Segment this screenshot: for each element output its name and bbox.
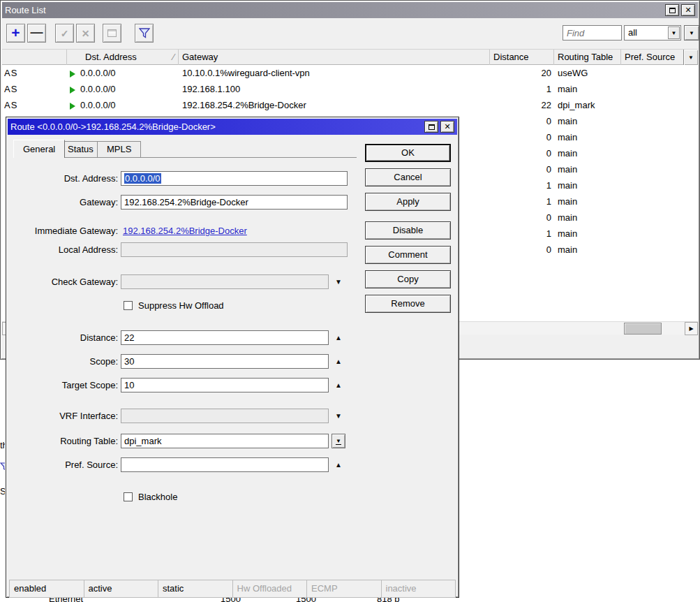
table-row[interactable]: AS0.0.0.0/010.10.0.1%wireguard-client-vp… bbox=[2, 65, 698, 81]
scope-label: Scope: bbox=[12, 354, 118, 369]
row-routing-table: main bbox=[554, 242, 631, 258]
window-title: Route List bbox=[5, 5, 663, 15]
table-row[interactable]: AS0.0.0.0/0192.168.254.2%Bridge-Docker22… bbox=[2, 97, 698, 113]
row-dst-address: 0.0.0.0/0 bbox=[67, 65, 179, 81]
column-distance[interactable]: Distance bbox=[490, 50, 554, 65]
ok-button[interactable]: OK bbox=[365, 144, 451, 162]
apply-button[interactable]: Apply bbox=[365, 193, 451, 211]
cancel-button[interactable]: Cancel bbox=[365, 168, 451, 186]
dialog-close-button[interactable]: ✕ bbox=[440, 121, 454, 133]
chevron-down-icon: ▼ bbox=[688, 54, 694, 61]
chevron-right-icon: ▶ bbox=[689, 325, 693, 332]
suppress-hw-offload-checkbox[interactable] bbox=[124, 301, 133, 310]
status-inactive: inactive bbox=[381, 580, 456, 598]
status-active: active bbox=[84, 580, 159, 598]
row-routing-table: main bbox=[554, 226, 631, 242]
dialog-statusbar: enabled active static Hw Offloaded ECMP … bbox=[9, 580, 456, 598]
pref-source-expand-button[interactable]: ▲ bbox=[332, 457, 345, 472]
target-scope-input[interactable]: 10 bbox=[121, 378, 329, 392]
column-pref-source[interactable]: Pref. Source bbox=[621, 50, 687, 65]
local-address-input bbox=[121, 242, 348, 257]
pref-source-label: Pref. Source: bbox=[12, 457, 118, 472]
table-row[interactable]: AS0.0.0.0/0192.168.1.1001main bbox=[2, 81, 698, 97]
dialog-maximize-button[interactable] bbox=[424, 121, 438, 133]
toolbar-dropdown-button[interactable]: ▼ bbox=[684, 25, 699, 41]
comment-button[interactable]: Comment bbox=[365, 246, 451, 264]
routing-table-input[interactable]: dpi_mark bbox=[121, 434, 329, 448]
remove-route-button[interactable]: — bbox=[27, 24, 46, 43]
disable-button[interactable]: Disable bbox=[365, 221, 451, 240]
immediate-gateway-link[interactable]: 192.168.254.2%Bridge-Docker bbox=[123, 223, 247, 238]
scroll-right-button[interactable]: ▶ bbox=[685, 322, 698, 335]
distance-expand-button[interactable]: ▲ bbox=[332, 330, 345, 345]
column-chooser-button[interactable]: ▼ bbox=[683, 50, 698, 65]
maximize-icon bbox=[429, 124, 435, 130]
route-dialog: Route <0.0.0.0/0->192.168.254.2%Bridge-D… bbox=[6, 117, 459, 598]
route-dialog-titlebar[interactable]: Route <0.0.0.0/0->192.168.254.2%Bridge-D… bbox=[8, 119, 457, 135]
background-funnel-icon-fragment bbox=[0, 462, 5, 471]
row-distance: 22 bbox=[490, 97, 551, 113]
active-route-icon bbox=[70, 71, 75, 78]
route-table-header: Dst. Address ∕ Gateway Distance Routing … bbox=[2, 49, 698, 65]
routing-table-dropdown-button[interactable]: ▼ bbox=[332, 434, 345, 448]
comment-route-button[interactable] bbox=[103, 24, 121, 43]
background-fragment: th bbox=[0, 440, 5, 450]
disable-route-button[interactable]: ✕ bbox=[76, 24, 95, 43]
chevron-down-icon: ▼ bbox=[689, 30, 694, 36]
row-distance: 1 bbox=[490, 193, 551, 210]
scrollbar-thumb[interactable] bbox=[624, 323, 662, 335]
chevron-up-icon: ▲ bbox=[335, 381, 342, 389]
gateway-input[interactable]: 192.168.254.2%Bridge-Docker bbox=[121, 195, 348, 210]
filter-funnel-icon bbox=[139, 28, 150, 38]
routing-table-label: Routing Table: bbox=[12, 434, 118, 448]
row-routing-table: main bbox=[554, 81, 631, 97]
active-route-icon bbox=[70, 87, 75, 94]
remove-button[interactable]: Remove bbox=[365, 295, 451, 313]
route-list-toolbar: + — ✓ ✕ all ▼ ▼ bbox=[2, 19, 698, 48]
vrf-interface-dropdown-button[interactable]: ▼ bbox=[332, 409, 345, 423]
dst-address-input[interactable]: 0.0.0.0/0 bbox=[121, 171, 348, 186]
row-dst-address: 0.0.0.0/0 bbox=[67, 97, 179, 113]
column-gateway[interactable]: Gateway bbox=[179, 50, 490, 65]
row-distance: 0 bbox=[490, 161, 551, 177]
row-gateway: 10.10.0.1%wireguard-client-vpn bbox=[179, 65, 490, 81]
vrf-interface-input bbox=[121, 409, 329, 423]
row-flags: AS bbox=[4, 81, 66, 97]
screen: Route List ✕ + — ✓ ✕ all ▼ ▼ bbox=[0, 0, 700, 602]
chevron-down-icon: ▼ bbox=[335, 412, 342, 420]
scope-input[interactable]: 30 bbox=[121, 354, 329, 369]
find-input[interactable] bbox=[563, 25, 622, 41]
filter-scope-combobox[interactable]: all ▼ bbox=[624, 25, 681, 41]
scope-expand-button[interactable]: ▲ bbox=[332, 354, 345, 369]
maximize-button[interactable] bbox=[665, 4, 679, 16]
tab-general[interactable]: General bbox=[13, 140, 65, 158]
row-routing-table: main bbox=[554, 177, 631, 193]
copy-button[interactable]: Copy bbox=[365, 270, 451, 288]
target-scope-expand-button[interactable]: ▲ bbox=[332, 378, 345, 392]
route-list-titlebar[interactable]: Route List ✕ bbox=[2, 2, 698, 18]
add-route-button[interactable]: + bbox=[6, 24, 25, 43]
enable-route-button[interactable]: ✓ bbox=[55, 24, 74, 43]
distance-input[interactable]: 22 bbox=[121, 330, 329, 345]
row-gateway: 192.168.1.100 bbox=[179, 81, 490, 97]
row-dst-address: 0.0.0.0/0 bbox=[67, 81, 179, 97]
row-routing-table: main bbox=[554, 210, 631, 226]
blackhole-label: Blackhole bbox=[138, 492, 177, 502]
close-button[interactable]: ✕ bbox=[681, 4, 695, 16]
distance-label: Distance: bbox=[12, 330, 118, 345]
immediate-gateway-label: Immediate Gateway: bbox=[12, 223, 118, 238]
column-flags[interactable] bbox=[2, 50, 67, 65]
tab-mpls[interactable]: MPLS bbox=[97, 141, 141, 157]
row-distance: 1 bbox=[490, 81, 551, 97]
row-distance: 20 bbox=[490, 65, 551, 81]
blackhole-checkbox[interactable] bbox=[124, 492, 133, 501]
column-routing-table[interactable]: Routing Table bbox=[554, 50, 621, 65]
row-gateway: 192.168.254.2%Bridge-Docker bbox=[179, 97, 490, 113]
check-gateway-dropdown-button[interactable]: ▼ bbox=[332, 274, 345, 289]
row-distance: 1 bbox=[490, 226, 551, 242]
column-dst-address[interactable]: Dst. Address ∕ bbox=[67, 50, 179, 65]
pref-source-input[interactable] bbox=[121, 457, 329, 472]
filter-button[interactable] bbox=[135, 24, 154, 43]
filter-scope-dropdown-button[interactable]: ▼ bbox=[668, 27, 680, 39]
status-static: static bbox=[158, 580, 233, 598]
